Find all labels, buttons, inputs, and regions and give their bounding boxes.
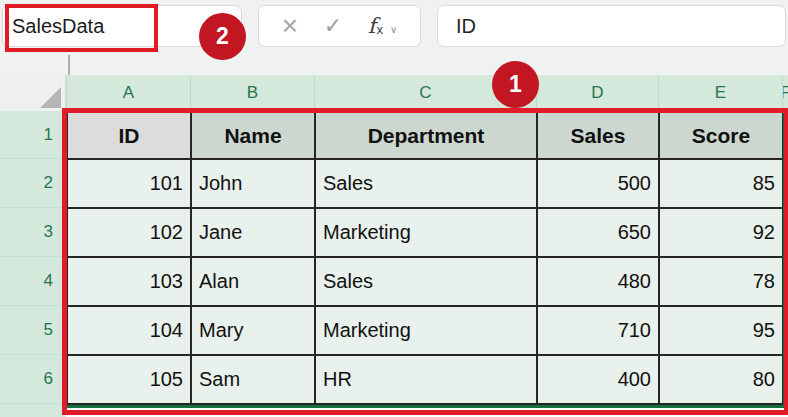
- column-header-e[interactable]: E: [658, 75, 782, 111]
- column-header-a[interactable]: A: [66, 75, 190, 111]
- fx-icon-sub: x: [376, 22, 383, 37]
- cell-d5[interactable]: 710: [537, 306, 659, 355]
- table-row: 104 Mary Marketing 710 95: [67, 306, 783, 355]
- cell-b5[interactable]: Mary: [191, 306, 315, 355]
- row-headers: 1 2 3 4 5 6: [0, 111, 66, 417]
- column-header-f-partial[interactable]: F: [782, 75, 788, 111]
- row-header-1[interactable]: 1: [0, 111, 66, 159]
- annotation-badge-1: 1: [492, 61, 539, 108]
- cell-d2[interactable]: 500: [537, 159, 659, 208]
- data-table: ID Name Department Sales Score 101 John …: [66, 111, 784, 405]
- table-row: 101 John Sales 500 85: [67, 159, 783, 208]
- row-header-4[interactable]: 4: [0, 257, 66, 306]
- toolbar-divider: [68, 55, 70, 75]
- formula-controls: × ✓ f x ∨: [258, 5, 421, 47]
- cell-e3[interactable]: 92: [659, 208, 783, 257]
- cell-a6[interactable]: 105: [67, 355, 191, 404]
- enter-icon[interactable]: ✓: [324, 15, 342, 37]
- cancel-icon[interactable]: ×: [282, 12, 298, 40]
- cell-e5[interactable]: 95: [659, 306, 783, 355]
- cell-e4[interactable]: 78: [659, 257, 783, 306]
- select-all-triangle-icon: [40, 87, 61, 108]
- insert-function-button[interactable]: f x ∨: [368, 14, 398, 38]
- cell-c6[interactable]: HR: [315, 355, 537, 404]
- cell-e1[interactable]: Score: [659, 112, 783, 159]
- table-row: 102 Jane Marketing 650 92: [67, 208, 783, 257]
- table-row: ID Name Department Sales Score: [67, 112, 783, 159]
- column-header-d[interactable]: D: [536, 75, 658, 111]
- table-row: 105 Sam HR 400 80: [67, 355, 783, 404]
- cell-b1[interactable]: Name: [191, 112, 315, 159]
- row-header-6[interactable]: 6: [0, 355, 66, 404]
- cell-b3[interactable]: Jane: [191, 208, 315, 257]
- annotation-rect-name-box: [5, 4, 158, 52]
- cell-a3[interactable]: 102: [67, 208, 191, 257]
- select-all-corner[interactable]: [0, 75, 66, 111]
- cell-b2[interactable]: John: [191, 159, 315, 208]
- column-header-b[interactable]: B: [190, 75, 314, 111]
- cell-e2[interactable]: 85: [659, 159, 783, 208]
- formula-bar-value: ID: [456, 6, 476, 46]
- formula-toolbar: SalesData × ✓ f x ∨ ID: [0, 0, 788, 75]
- cell-b6[interactable]: Sam: [191, 355, 315, 404]
- row-header-3[interactable]: 3: [0, 208, 66, 257]
- cell-b4[interactable]: Alan: [191, 257, 315, 306]
- formula-bar[interactable]: ID: [437, 5, 786, 47]
- row-header-5[interactable]: 5: [0, 306, 66, 355]
- cell-a1[interactable]: ID: [67, 112, 191, 159]
- column-headers: A B C D E F: [0, 75, 788, 111]
- fx-icon: f: [368, 14, 376, 38]
- cell-c3[interactable]: Marketing: [315, 208, 537, 257]
- cell-d6[interactable]: 400: [537, 355, 659, 404]
- cell-d3[interactable]: 650: [537, 208, 659, 257]
- cell-c4[interactable]: Sales: [315, 257, 537, 306]
- row-header-2[interactable]: 2: [0, 159, 66, 208]
- cell-c5[interactable]: Marketing: [315, 306, 537, 355]
- cell-a4[interactable]: 103: [67, 257, 191, 306]
- cell-a2[interactable]: 101: [67, 159, 191, 208]
- chevron-down-icon[interactable]: ∨: [390, 24, 397, 35]
- cell-e6[interactable]: 80: [659, 355, 783, 404]
- annotation-badge-2: 2: [199, 13, 246, 60]
- cell-d4[interactable]: 480: [537, 257, 659, 306]
- table-row: 103 Alan Sales 480 78: [67, 257, 783, 306]
- cell-c2[interactable]: Sales: [315, 159, 537, 208]
- cell-d1[interactable]: Sales: [537, 112, 659, 159]
- cell-c1[interactable]: Department: [315, 112, 537, 159]
- cell-a5[interactable]: 104: [67, 306, 191, 355]
